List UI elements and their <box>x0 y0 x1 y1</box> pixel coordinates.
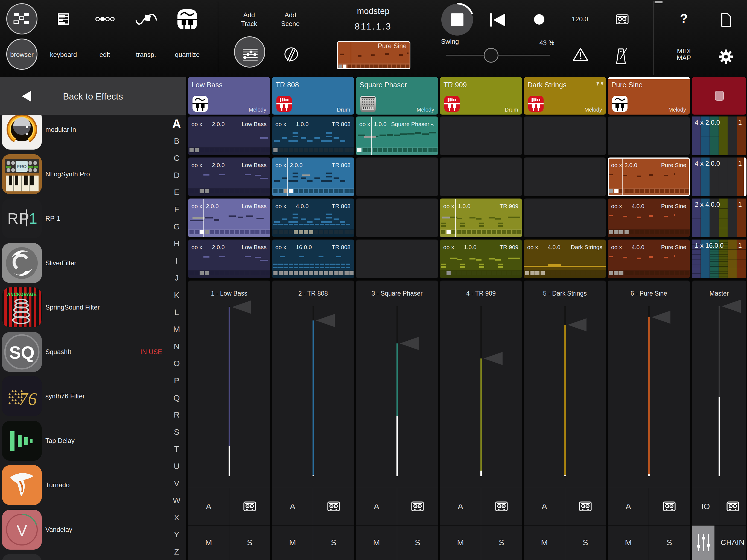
svg-text:ANCKORAGE: ANCKORAGE <box>7 291 36 298</box>
svg-text:PRO: PRO <box>17 164 27 169</box>
svg-text:76: 76 <box>19 389 37 409</box>
svg-text:SQ: SQ <box>9 343 34 362</box>
svg-text:V: V <box>17 521 27 539</box>
svg-text:1: 1 <box>29 210 37 227</box>
